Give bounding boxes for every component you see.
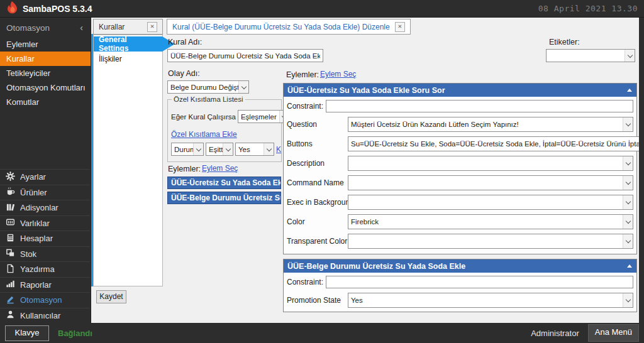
user-icon <box>6 310 15 321</box>
constraint-input[interactable] <box>326 100 633 112</box>
selected-action-item[interactable]: ÜÜE-Ücretsiz Su Yada Soda Ekle Soru Sor <box>167 177 281 189</box>
field-row: Exec in Background <box>287 195 633 210</box>
transparent-color-combobox[interactable] <box>348 234 633 249</box>
combo-value: Yes <box>348 297 623 304</box>
module-list: Ayarlar Ürünler Adisyonlar Varlıklar Hes… <box>0 169 90 323</box>
chevron-down-icon[interactable] <box>623 215 633 229</box>
sidebar-item-kurallar[interactable]: Kurallar <box>0 52 91 66</box>
module-label: Otomasyon <box>20 295 62 305</box>
chevron-down-icon[interactable] <box>193 143 203 155</box>
color-combobox[interactable]: Firebrick <box>348 214 633 229</box>
chevron-down-icon[interactable] <box>264 143 274 155</box>
ana-menu-button[interactable]: Ana Menü <box>588 324 639 342</box>
module-stok[interactable]: Stok <box>0 246 90 262</box>
chevron-down-icon[interactable] <box>223 143 233 155</box>
module-ayarlar[interactable]: Ayarlar <box>0 169 90 185</box>
description-combobox[interactable] <box>348 156 633 171</box>
constraint-field-combobox[interactable]: Durum <box>171 143 204 156</box>
coffee-cup-icon <box>6 187 15 198</box>
constraint-label: Constraint: <box>287 102 323 111</box>
module-urunler[interactable]: Ürünler <box>0 185 90 200</box>
field-row: Promotion State Yes <box>287 293 633 308</box>
chevron-down-icon[interactable] <box>623 234 633 248</box>
field-label: Description <box>287 159 348 168</box>
kural-adi-input[interactable] <box>167 49 323 62</box>
chevron-down-icon[interactable] <box>238 81 248 93</box>
sidebar-item-komutlar[interactable]: Komutlar <box>0 95 91 109</box>
tab-label: Kural (ÜÜE-Belge Durumu Ücretsiz Su Yada… <box>172 23 390 31</box>
collapse-up-icon[interactable] <box>627 264 632 268</box>
module-adisyonlar[interactable]: Adisyonlar <box>0 200 90 215</box>
constraint-value-combobox[interactable]: Yes <box>235 143 274 156</box>
flame-icon <box>6 1 19 17</box>
combo-value: Firebrick <box>348 218 623 226</box>
clock-datetime: 08 April 2021 13.30 <box>538 4 638 13</box>
pencil-icon <box>6 295 15 306</box>
action-panel-header[interactable]: ÜÜE-Belge Durumu Ücretsiz Su Yada Soda E… <box>284 259 636 273</box>
klavye-button[interactable]: Klavye <box>5 325 49 341</box>
action-panel-belge-durumu: ÜÜE-Belge Durumu Ücretsiz Su Yada Soda E… <box>283 259 637 312</box>
chevron-down-icon[interactable] <box>623 195 633 209</box>
module-yazdirma[interactable]: Yazdırma <box>0 261 90 277</box>
combo-value: Belge Durumu Değişti <box>168 84 238 91</box>
execute-rule-label: Eğer Kural Çalışırsa <box>171 113 236 121</box>
eylem-sec-link[interactable]: Eylem Seç <box>320 70 356 79</box>
etiketler-label: Etiketler: <box>549 38 580 46</box>
chevron-down-icon[interactable] <box>623 293 633 307</box>
command-name-combobox[interactable] <box>348 175 633 190</box>
module-otomasyon[interactable]: Otomasyon <box>0 292 90 308</box>
olay-adi-label: Olay Adı: <box>168 69 200 78</box>
action-panel-soru-sor: ÜÜE-Ücretsiz Su Yada Soda Ekle Soru Sor … <box>283 83 637 254</box>
constraint-label: Constraint: <box>287 278 323 286</box>
buttons-combobox[interactable]: Su=ÜÜE-Ücretsiz Su Ekle, Soda=ÜÜE-Ücrets… <box>348 136 639 151</box>
shelf-icon <box>6 217 15 229</box>
module-label: Ayarlar <box>20 172 46 182</box>
execute-rule-combobox[interactable]: Eşleşmeler <box>238 110 290 123</box>
kaydet-button[interactable]: Kaydet <box>96 290 126 303</box>
etiketler-combobox[interactable] <box>546 49 635 62</box>
module-kullanicilar[interactable]: Kullanıcılar <box>0 308 90 324</box>
field-label: Command Name <box>287 178 348 187</box>
combo-value: Durum <box>172 146 193 153</box>
promotion-state-combobox[interactable]: Yes <box>348 293 633 308</box>
module-label: Varlıklar <box>20 219 50 228</box>
olay-adi-combobox[interactable]: Belge Durumu Değişti <box>167 80 249 94</box>
module-label: Yazdırma <box>20 264 55 274</box>
eylem-sec-link[interactable]: Eylem Seç <box>202 164 238 173</box>
collapse-up-icon[interactable] <box>627 89 632 92</box>
close-icon[interactable]: ✕ <box>147 22 157 32</box>
field-row: Color Firebrick <box>287 214 633 229</box>
nav-item-general-settings[interactable]: General Settings <box>94 36 162 52</box>
tab-kural-duzenle[interactable]: Kural (ÜÜE-Belge Durumu Ücretsiz Su Yada… <box>167 19 411 35</box>
question-combobox[interactable]: Müşteri Ücetsiz Ürün Kazandı Lütfen Seçi… <box>348 117 633 132</box>
close-icon[interactable]: ✕ <box>395 22 405 32</box>
nav-item-iliskiler[interactable]: İlişkiler <box>94 52 162 67</box>
chevron-down-icon[interactable] <box>623 117 633 131</box>
exec-in-background-combobox[interactable] <box>348 195 633 210</box>
remove-constraint-link[interactable]: K <box>276 145 281 154</box>
sidebar-item-otomasyon-komutlari[interactable]: Otomasyon Komutları <box>0 80 91 95</box>
module-raporlar[interactable]: Raporlar <box>0 277 90 293</box>
nav-item-label: General Settings <box>99 35 157 53</box>
module-label: Raporlar <box>20 280 52 290</box>
chevron-down-icon[interactable] <box>623 156 633 170</box>
gear-icon <box>6 172 15 183</box>
chevron-down-icon[interactable] <box>623 176 633 190</box>
constraint-operator-combobox[interactable]: Eşittir <box>206 143 233 156</box>
chevron-down-icon[interactable] <box>625 50 635 62</box>
sidebar-item-tetikleyiciler[interactable]: Tetikleyiciler <box>0 66 91 80</box>
action-panel-title: ÜÜE-Ücretsiz Su Yada Soda Ekle Soru Sor <box>287 86 445 95</box>
collapse-panel-icon[interactable]: ‹ <box>80 23 83 33</box>
module-varliklar[interactable]: Varlıklar <box>0 215 90 231</box>
add-constraint-link[interactable]: Özel Kısıtlama Ekle <box>171 130 237 139</box>
constraint-input[interactable] <box>326 276 633 288</box>
sidebar-section-header: Otomasyon ‹ <box>0 18 91 37</box>
kural-adi-label: Kural Adı: <box>168 38 202 46</box>
module-hesaplar[interactable]: Hesaplar <box>0 231 90 246</box>
tab-kurallar[interactable]: Kurallar ✕ <box>93 19 163 35</box>
action-panel-header[interactable]: ÜÜE-Ücretsiz Su Yada Soda Ekle Soru Sor <box>284 84 636 97</box>
selected-action-item[interactable]: ÜÜE-Belge Durumu Ücretsiz Su Yada Soda E… <box>167 192 281 204</box>
combo-value: Eşleşmeler <box>238 113 279 121</box>
title-bar: SambaPOS 5.3.4 08 April 2021 13.30 <box>0 0 644 18</box>
sidebar-item-eylemler[interactable]: Eylemler <box>0 37 91 52</box>
